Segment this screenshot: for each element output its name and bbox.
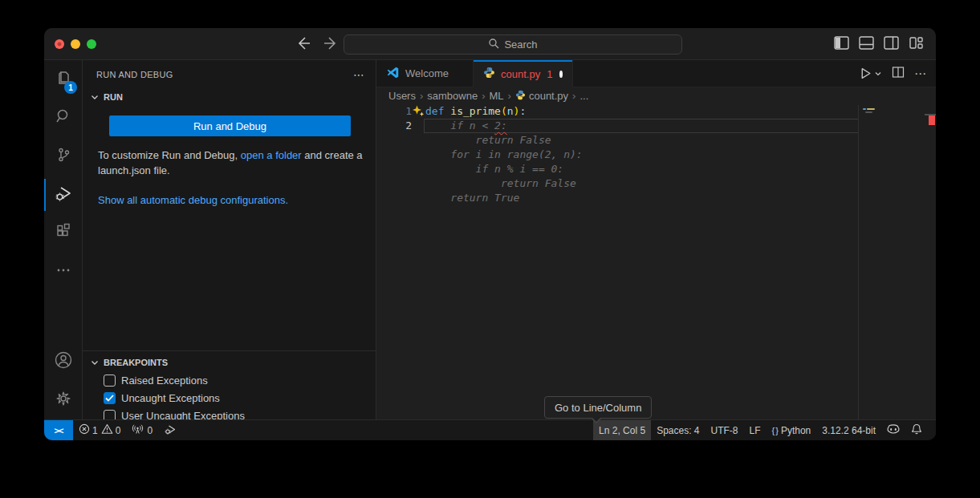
inline-suggestion-text: if n < xyxy=(425,119,494,132)
additional-views-button[interactable] xyxy=(44,253,82,291)
sidebar-item-source-control[interactable] xyxy=(44,137,82,176)
line-number-active: 2 xyxy=(376,119,412,133)
editor-more-actions-button[interactable]: ⋯ xyxy=(914,67,926,81)
breadcrumb-item[interactable]: sambowne xyxy=(427,90,478,102)
breadcrumb-separator: › xyxy=(572,90,575,102)
modified-dot-icon[interactable] xyxy=(559,71,563,78)
open-a-folder-link[interactable]: open a folder xyxy=(241,149,302,161)
ellipsis-icon xyxy=(55,261,72,282)
toggle-sidebar-icon[interactable] xyxy=(834,36,849,50)
sidebar-item-explorer[interactable]: 1 xyxy=(44,60,82,99)
chevron-down-icon xyxy=(89,357,100,368)
error-icon xyxy=(79,423,90,437)
ghost-line: return False xyxy=(376,176,936,191)
search-icon xyxy=(54,107,73,129)
split-editor-icon[interactable] xyxy=(892,66,905,82)
run-section-label: RUN xyxy=(104,92,123,102)
toggle-panel-icon[interactable] xyxy=(859,36,874,50)
sidebar-item-run-and-debug[interactable] xyxy=(44,176,82,214)
overview-ruler[interactable] xyxy=(925,104,936,419)
checkbox[interactable] xyxy=(104,375,116,387)
zoom-window-button[interactable] xyxy=(87,39,96,49)
editor-group: Welcome count.py 1 ⋯ xyxy=(376,60,936,419)
run-section-header[interactable]: RUN xyxy=(83,88,376,106)
breadcrumb-separator: › xyxy=(420,90,423,102)
title-bar: Search xyxy=(44,28,936,60)
tab-welcome[interactable]: Welcome xyxy=(376,60,474,87)
search-icon xyxy=(488,38,499,51)
bell-icon xyxy=(911,423,922,438)
vscode-window: Search 1 xyxy=(44,28,936,440)
window-controls xyxy=(55,39,96,49)
sidebar-item-extensions[interactable] xyxy=(44,214,82,253)
error-count: 1 xyxy=(92,425,98,436)
ports-status[interactable]: 0 xyxy=(126,420,158,440)
breakpoint-raised-exceptions[interactable]: Raised Exceptions xyxy=(83,371,376,389)
extensions-icon xyxy=(54,222,73,245)
tab-count-py[interactable]: count.py 1 xyxy=(474,60,573,87)
command-center-search[interactable]: Search xyxy=(344,34,682,55)
toggle-secondary-sidebar-icon[interactable] xyxy=(884,36,899,50)
breadcrumb-separator: › xyxy=(482,90,485,102)
breadcrumb-item[interactable]: ... xyxy=(579,90,588,102)
language-label: Python xyxy=(781,425,811,436)
remote-indicator[interactable]: >< xyxy=(44,420,73,440)
notifications-status[interactable] xyxy=(905,420,928,440)
breakpoint-label: User Uncaught Exceptions xyxy=(121,410,245,420)
accounts-button[interactable] xyxy=(44,342,82,381)
error-marker xyxy=(929,115,935,125)
copilot-status[interactable] xyxy=(881,420,905,440)
breadcrumb-item[interactable]: Users xyxy=(388,90,416,102)
warning-count: 0 xyxy=(116,425,121,436)
views-more-actions-button[interactable]: ⋯ xyxy=(353,68,364,81)
run-and-debug-sidebar: RUN AND DEBUG ⋯ RUN Run and Debug To cus… xyxy=(83,60,376,419)
language-mode-status[interactable]: { } Python xyxy=(767,420,817,440)
tab-bar: Welcome count.py 1 ⋯ xyxy=(376,60,936,87)
back-icon[interactable] xyxy=(295,34,311,52)
gear-icon xyxy=(54,389,73,411)
copilot-icon xyxy=(887,423,900,437)
activity-bar: 1 xyxy=(44,60,83,419)
code-line-2: 2 if n < 2: xyxy=(376,119,936,133)
checkbox[interactable] xyxy=(104,392,116,404)
chevron-down-icon xyxy=(89,91,100,103)
sidebar-title: RUN AND DEBUG xyxy=(96,70,173,79)
problems-status[interactable]: 1 0 xyxy=(73,420,126,440)
minimap[interactable] xyxy=(859,104,925,419)
run-python-file-button[interactable] xyxy=(859,67,882,80)
breadcrumb-separator: › xyxy=(508,90,511,102)
debug-icon xyxy=(164,423,177,438)
customize-layout-icon[interactable] xyxy=(909,36,924,50)
close-window-button[interactable] xyxy=(55,39,64,49)
indentation-status[interactable]: Spaces: 4 xyxy=(651,420,705,440)
minimize-window-button[interactable] xyxy=(71,39,80,49)
tab-label: count.py xyxy=(501,68,540,80)
copilot-sparkle-icon[interactable] xyxy=(412,104,425,117)
encoding-status[interactable]: UTF-8 xyxy=(706,420,744,440)
ghost-line: if n % i == 0: xyxy=(376,162,936,176)
debug-status[interactable] xyxy=(158,420,182,440)
code-editor[interactable]: 1 def is_prime(n): 2 if n < 2: return Fa… xyxy=(376,104,936,419)
radio-tower-icon xyxy=(132,423,144,437)
breakpoints-section-header[interactable]: BREAKPOINTS xyxy=(83,354,376,371)
python-interpreter-status[interactable]: 3.12.2 64-bit xyxy=(816,420,881,440)
breadcrumb-item-file[interactable]: count.py xyxy=(515,90,568,103)
run-and-debug-button[interactable]: Run and Debug xyxy=(109,115,351,136)
breakpoints-section: BREAKPOINTS Raised Exceptions Uncaught E… xyxy=(83,350,376,419)
settings-button[interactable] xyxy=(44,381,82,419)
line-number: 1 xyxy=(376,104,412,119)
eol-status[interactable]: LF xyxy=(744,420,767,440)
checkbox[interactable] xyxy=(104,410,116,420)
breadcrumb: Users › sambowne › ML › count.py › ... xyxy=(376,87,936,104)
breakpoint-uncaught-exceptions[interactable]: Uncaught Exceptions xyxy=(83,389,376,407)
chevron-down-icon xyxy=(874,70,882,78)
show-debug-configurations-link[interactable]: Show all automatic debug configurations. xyxy=(98,194,288,206)
forward-icon[interactable] xyxy=(323,34,339,52)
sidebar-item-search[interactable] xyxy=(44,99,82,137)
tab-label: Welcome xyxy=(405,67,449,79)
breakpoint-label: Raised Exceptions xyxy=(121,375,208,387)
breadcrumb-item[interactable]: ML xyxy=(490,90,504,102)
breakpoints-section-label: BREAKPOINTS xyxy=(104,358,168,367)
debug-icon xyxy=(53,183,74,207)
breakpoint-user-uncaught-exceptions[interactable]: User Uncaught Exceptions xyxy=(83,407,376,419)
